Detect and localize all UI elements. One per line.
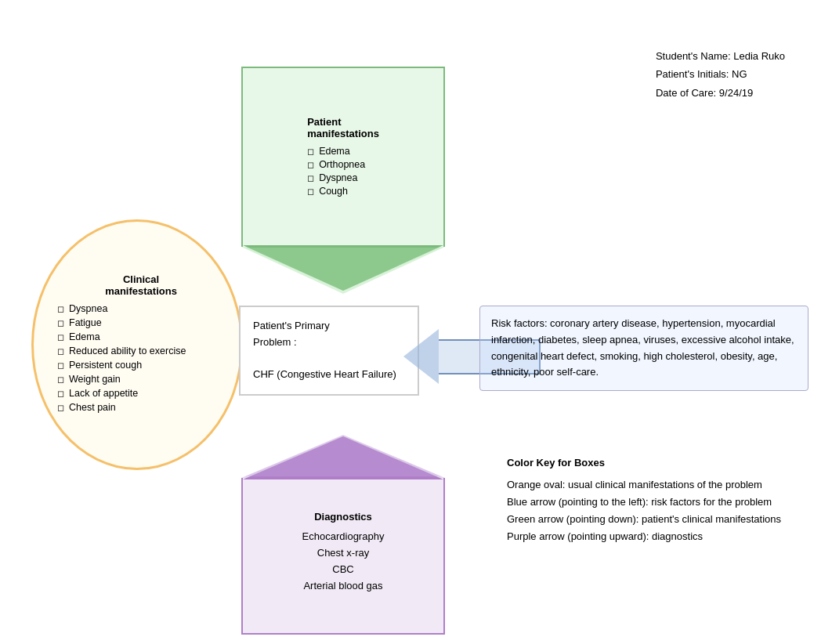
blue-arrow-tip: [403, 329, 439, 384]
color-key-title: Color Key for Boxes: [507, 454, 789, 472]
green-arrow-body: Patient manifestations EdemaOrthopneaDys…: [241, 67, 445, 247]
primary-line2: Problem :: [253, 335, 405, 351]
clinical-item: Reduced ability to exercise: [57, 346, 186, 356]
date-of-care: Date of Care: 9/24/19: [656, 84, 785, 102]
patient-initials: Patient's Initials: NG: [656, 65, 785, 83]
purple-arrow-container: Diagnostics EchocardiographyChest x-rayC…: [241, 435, 445, 635]
color-key-item: Purple arrow (pointing upward): diagnost…: [507, 528, 789, 545]
primary-problem-box: Patient's Primary Problem : CHF (Congest…: [239, 306, 419, 396]
clinical-item: Chest pain: [57, 402, 186, 413]
clinical-item: Dyspnea: [57, 303, 186, 314]
diagnostics-label: Diagnostics: [302, 511, 385, 523]
purple-arrow-pointer: [241, 435, 445, 478]
clinical-items-list: DyspneaFatigueEdemaReduced ability to ex…: [57, 303, 186, 416]
clinical-item: Fatigue: [57, 317, 186, 328]
clinical-item: Weight gain: [57, 374, 186, 385]
clinical-oval: Clinical manifestations DyspneaFatigueEd…: [31, 219, 243, 470]
diagnostic-item: Arterial blood gas: [302, 580, 385, 592]
diagnostic-item: Chest x-ray: [302, 547, 385, 559]
primary-line1: Patient's Primary: [253, 318, 405, 335]
green-arrow-content: Patient manifestations EdemaOrthopneaDys…: [307, 116, 379, 199]
patient-manifestation-item: Edema: [307, 146, 379, 157]
risk-factors-box: Risk factors: coronary artery disease, h…: [479, 306, 808, 391]
diagnostic-item: Echocardiography: [302, 530, 385, 542]
green-arrow-container: Patient manifestations EdemaOrthopneaDys…: [241, 67, 445, 294]
patient-manifestation-item: Cough: [307, 186, 379, 197]
purple-arrow-body: Diagnostics EchocardiographyChest x-rayC…: [241, 478, 445, 635]
clinical-oval-title: Clinical manifestations: [105, 273, 177, 297]
clinical-item: Lack of appetite: [57, 388, 186, 399]
color-key-item: Blue arrow (pointing to the left): risk …: [507, 494, 789, 511]
diagnostic-item: CBC: [302, 563, 385, 575]
green-arrow-pointer: [241, 247, 445, 294]
risk-factors-text: Risk factors: coronary artery disease, h…: [491, 316, 797, 381]
student-name: Student's Name: Ledia Ruko: [656, 47, 785, 65]
patient-manifestation-item: Orthopnea: [307, 159, 379, 170]
clinical-item: Edema: [57, 331, 186, 342]
color-key-item: Green arrow (pointing down): patient's c…: [507, 511, 789, 528]
purple-arrow-content: Diagnostics EchocardiographyChest x-rayC…: [302, 511, 385, 596]
student-info: Student's Name: Ledia Ruko Patient's Ini…: [656, 47, 785, 102]
patient-manifestation-item: Dyspnea: [307, 172, 379, 183]
color-key-item: Orange oval: usual clinical manifestatio…: [507, 476, 789, 494]
clinical-item: Persistent cough: [57, 360, 186, 371]
primary-diagnosis: CHF (Congestive Heart Failure): [253, 367, 405, 383]
color-key: Color Key for Boxes Orange oval: usual c…: [507, 454, 789, 545]
green-arrow-title: Patient manifestations: [307, 116, 379, 139]
patient-manifestations-list: EdemaOrthopneaDyspneaCough: [307, 146, 379, 197]
